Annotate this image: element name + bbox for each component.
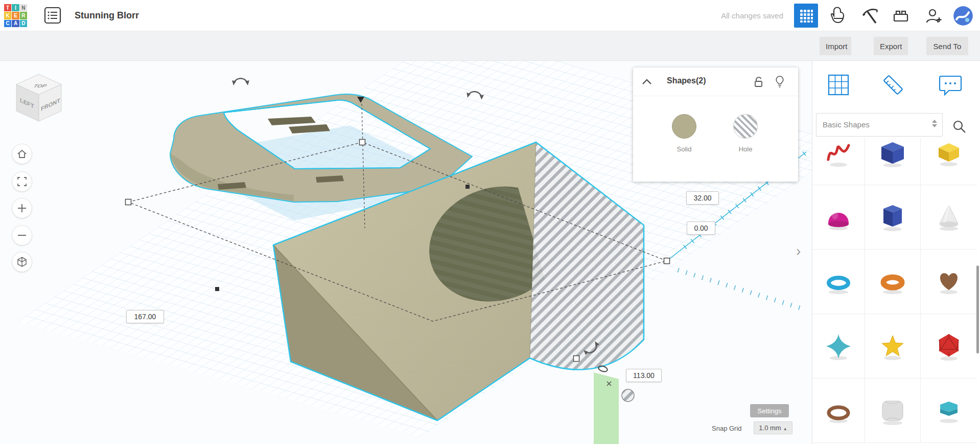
chevron-up-icon[interactable] — [641, 77, 652, 88]
search-icon[interactable] — [950, 118, 968, 136]
tube-icon — [876, 265, 909, 298]
ruler-strip — [594, 372, 619, 444]
caret-up-icon: ▲ — [783, 427, 787, 431]
hexagonal-prism-icon — [876, 201, 909, 234]
icosahedron-icon — [932, 330, 965, 363]
user-avatar[interactable] — [953, 6, 973, 26]
designs-menu-icon[interactable] — [44, 7, 61, 24]
shape-grid — [812, 138, 977, 444]
shape-category-value: Basic Shapes — [823, 114, 870, 136]
perspective-icon — [16, 256, 28, 268]
snap-grid-dropdown[interactable]: 1.0 mm▲ — [754, 421, 792, 434]
edge-handle — [465, 185, 470, 189]
scale-handle — [574, 356, 579, 362]
dimension-depth[interactable]: 113.00 — [626, 369, 662, 382]
snap-grid-value: 1.0 mm — [759, 424, 781, 432]
panel-collapse-chevron[interactable]: › — [796, 244, 801, 258]
snap-grid-label: Snap Grid — [712, 425, 742, 432]
glove-icon[interactable] — [828, 6, 848, 26]
lightbulb-icon[interactable] — [774, 75, 785, 88]
star-four-icon — [822, 330, 855, 363]
scale-handle — [664, 258, 670, 264]
hole-option-label: Hole — [733, 145, 758, 153]
tinkercad-app: TOP LEFT FRONT 167.00 32.00 0.00 113.00 … — [0, 0, 980, 444]
add-person-icon[interactable] — [924, 6, 943, 26]
paraboloid-icon — [822, 201, 855, 234]
scribble-icon — [822, 138, 855, 170]
shape-star-five[interactable] — [865, 314, 921, 379]
shape-library-panel: Basic Shapes — [812, 61, 980, 444]
solid-option-label: Solid — [672, 145, 696, 153]
zoom-in-icon — [16, 203, 28, 214]
shape-hexagon[interactable] — [921, 379, 977, 443]
hexagon-icon — [932, 394, 965, 427]
shape-star-four[interactable] — [812, 314, 865, 379]
heart-icon — [932, 265, 965, 298]
torus-icon — [822, 265, 855, 298]
shape-dice[interactable] — [865, 379, 921, 443]
shape-polygon[interactable] — [921, 138, 977, 185]
shapes-inspector-panel: Shapes(2) Solid Hole — [633, 68, 798, 182]
dimension-height[interactable]: 32.00 — [686, 191, 719, 205]
ring-icon — [822, 394, 855, 427]
settings-button[interactable]: Settings — [750, 404, 789, 417]
notes-tool[interactable] — [937, 71, 964, 99]
app-header: T I N K E R C A D Stunning Blorr All cha… — [0, 0, 980, 31]
send-to-button[interactable]: Send To — [926, 37, 968, 55]
shapes-panel-title: Shapes(2) — [667, 76, 706, 85]
edge-handle — [215, 287, 219, 291]
cone-icon — [932, 201, 965, 234]
shape-icosahedron[interactable] — [921, 314, 977, 379]
shape-tube[interactable] — [865, 250, 921, 314]
solid-option[interactable] — [672, 114, 696, 139]
import-button[interactable]: Import — [820, 37, 851, 55]
frame-slot — [268, 117, 316, 125]
scale-handle — [126, 199, 131, 205]
shapes-panel-header: Shapes(2) — [633, 68, 798, 96]
save-status: All changes saved — [721, 0, 783, 31]
zoom-out-button[interactable] — [12, 225, 32, 246]
shape-box[interactable] — [865, 138, 921, 185]
app-grid-icon — [799, 9, 813, 23]
dice-icon — [876, 394, 909, 427]
lock-icon[interactable] — [753, 76, 764, 88]
zoom-out-icon — [16, 230, 28, 241]
view-cube[interactable]: TOP LEFT FRONT — [12, 70, 67, 126]
brick-icon[interactable] — [891, 6, 911, 26]
pickaxe-icon[interactable] — [860, 6, 879, 26]
zoom-in-button[interactable] — [12, 198, 32, 218]
hole-option[interactable] — [733, 114, 758, 139]
view-mode-button[interactable] — [12, 252, 32, 272]
tinker-grid-button[interactable] — [794, 4, 818, 28]
home-icon — [16, 148, 28, 160]
shape-cone[interactable] — [921, 185, 977, 250]
fit-view-button[interactable] — [12, 171, 32, 192]
ruler-tool[interactable] — [879, 71, 907, 99]
shape-heart[interactable] — [921, 250, 977, 314]
scrollbar-thumb[interactable] — [976, 265, 979, 353]
dimension-base[interactable]: 0.00 — [687, 221, 715, 235]
fit-view-icon — [16, 176, 28, 187]
tinkercad-logo[interactable]: T I N K E R C A D — [4, 4, 27, 27]
home-view-button[interactable] — [12, 144, 32, 164]
shape-scribble[interactable] — [812, 138, 865, 185]
main-toolbar: Import Export Send To — [0, 31, 980, 61]
updown-caret-icon — [932, 120, 937, 127]
box-icon — [876, 138, 909, 170]
shape-torus[interactable] — [812, 250, 865, 314]
shape-hexagonal-prism[interactable] — [865, 185, 921, 250]
workplane-tool[interactable] — [825, 71, 852, 99]
export-button[interactable]: Export — [874, 37, 908, 55]
star-five-icon — [876, 330, 909, 363]
scale-handle — [360, 140, 365, 145]
shape-paraboloid[interactable] — [812, 185, 865, 250]
dimension-width[interactable]: 167.00 — [126, 310, 164, 323]
polygon-icon — [932, 138, 965, 170]
shape-category-dropdown[interactable]: Basic Shapes — [816, 113, 943, 137]
shape-ring[interactable] — [812, 379, 865, 443]
design-title[interactable]: Stunning Blorr — [75, 0, 139, 31]
